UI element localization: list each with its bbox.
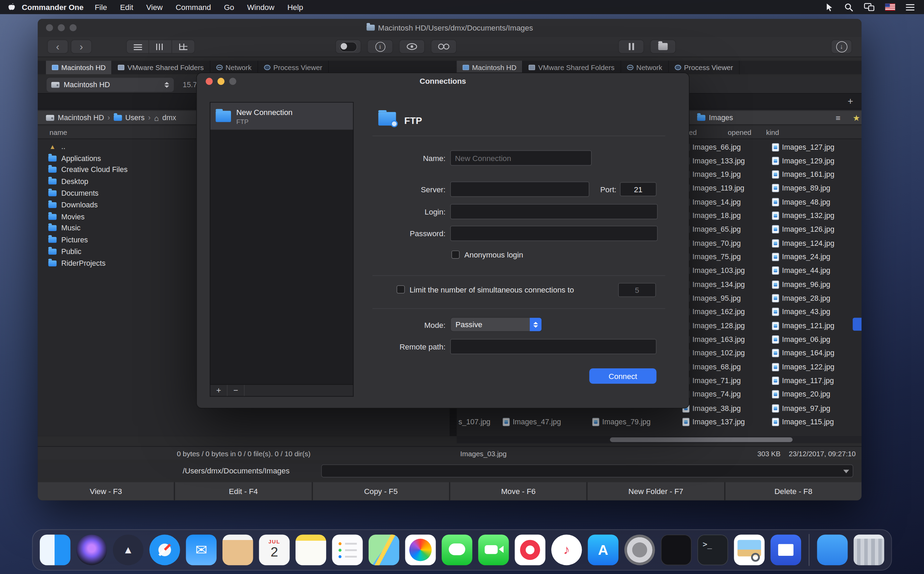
- file-item[interactable]: Images_128.jpg: [682, 319, 745, 332]
- file-item[interactable]: Images_103.jpg: [682, 264, 745, 278]
- file-item[interactable]: Images_164.jpg: [772, 346, 834, 360]
- file-item[interactable]: Images_28.jpg: [772, 292, 830, 305]
- name-field[interactable]: [450, 150, 592, 166]
- file-item[interactable]: Images_48.jpg: [772, 196, 830, 209]
- dock-icon-itunes[interactable]: ♪: [551, 535, 582, 565]
- dock-icon-app-store[interactable]: A: [588, 535, 619, 565]
- view-f3-button[interactable]: View - F3: [38, 482, 174, 500]
- dock-icon-maps[interactable]: [368, 535, 399, 565]
- menu-item-file[interactable]: File: [88, 3, 113, 12]
- file-item[interactable]: Images_44.jpg: [772, 264, 830, 278]
- window-titlebar[interactable]: Macintosh HD/Users/dmx/Documents/Images: [38, 19, 861, 37]
- dock-icon-safari[interactable]: [149, 535, 180, 565]
- quick-look-button[interactable]: [399, 39, 425, 54]
- chevron-down-icon[interactable]: [843, 470, 849, 473]
- view-thumbs-button[interactable]: [172, 39, 195, 54]
- file-item[interactable]: Images_121.jpg: [772, 319, 834, 332]
- file-item[interactable]: Images_126.jpg: [772, 223, 834, 236]
- file-item[interactable]: Images_71.jpg: [682, 374, 741, 388]
- menu-app-name[interactable]: Commander One: [22, 3, 84, 12]
- toggle-hidden-files-button[interactable]: [335, 39, 361, 54]
- file-item[interactable]: Images_06.jpg: [772, 333, 830, 346]
- dock-icon-reminders[interactable]: [332, 535, 362, 565]
- dock-icon-books[interactable]: [771, 535, 801, 565]
- dock-icon-facetime[interactable]: [478, 535, 509, 565]
- file-item[interactable]: Images_162.jpg: [682, 305, 745, 319]
- file-item[interactable]: Images_43.jpg: [772, 305, 830, 319]
- file-item[interactable]: Images_24.jpg: [772, 250, 830, 264]
- file-item[interactable]: Images_161.jpg: [772, 168, 834, 181]
- file-item[interactable]: Images_119.jpg: [682, 181, 744, 195]
- get-info-button[interactable]: i: [367, 39, 394, 54]
- file-item[interactable]: Images_117.jpg: [772, 374, 834, 388]
- file-item[interactable]: Images_89.jpg: [772, 181, 830, 195]
- horizontal-scrollbar[interactable]: [457, 436, 861, 443]
- displays-icon[interactable]: [864, 3, 875, 11]
- file-item[interactable]: Images_134.jpg: [682, 278, 745, 291]
- favorites-star-icon[interactable]: ★: [853, 111, 860, 125]
- downloads-queue-button[interactable]: ↓: [831, 39, 852, 54]
- file-item[interactable]: Images_127.jpg: [772, 140, 834, 154]
- anonymous-login-checkbox[interactable]: [451, 251, 460, 259]
- dock-icon-downloads[interactable]: [817, 535, 847, 565]
- menu-item-help[interactable]: Help: [281, 3, 310, 12]
- edit-f4-button[interactable]: Edit - F4: [174, 482, 312, 500]
- menu-item-edit[interactable]: Edit: [113, 3, 140, 12]
- dock-icon-notes[interactable]: [296, 535, 326, 565]
- add-connection-button[interactable]: +: [210, 385, 228, 396]
- crumb-dmx[interactable]: dmx: [162, 114, 176, 122]
- left-tab-vmware[interactable]: VMware Shared Folders: [112, 61, 210, 74]
- file-item[interactable]: Images_38.jpg: [682, 402, 741, 415]
- dock-icon-system-preferences[interactable]: [624, 535, 655, 565]
- dock-icon-finder[interactable]: [40, 535, 70, 565]
- dock-icon-mail[interactable]: ✉: [186, 535, 217, 565]
- dock-icon-siri[interactable]: [76, 535, 107, 565]
- file-item[interactable]: Images_14.jpg: [682, 196, 741, 209]
- copy-f5-button[interactable]: Copy - F5: [312, 482, 449, 500]
- command-line-input[interactable]: [321, 465, 853, 478]
- file-item[interactable]: Images_68.jpg: [682, 360, 741, 374]
- forward-button[interactable]: ›: [71, 39, 92, 54]
- left-tab-macintosh-hd[interactable]: Macintosh HD: [46, 61, 112, 74]
- file-item[interactable]: Images_124.jpg: [772, 237, 834, 250]
- dock-icon-contacts[interactable]: [222, 535, 253, 565]
- app-switcher-icon[interactable]: [906, 3, 915, 11]
- new-folder-f7-button[interactable]: New Folder - F7: [587, 482, 724, 500]
- password-field[interactable]: [450, 226, 658, 241]
- dock-icon-messages[interactable]: [442, 535, 472, 565]
- dock-icon-music[interactable]: [515, 535, 545, 565]
- file-item[interactable]: Images_95.jpg: [682, 292, 741, 305]
- remove-connection-button[interactable]: −: [228, 385, 245, 396]
- menu-item-command[interactable]: Command: [169, 3, 217, 12]
- new-folder-toolbar-button[interactable]: [650, 39, 676, 54]
- file-item[interactable]: Images_65.jpg: [682, 223, 741, 236]
- limit-connections-field[interactable]: [618, 283, 656, 297]
- file-item[interactable]: Images_79.jpg: [592, 415, 650, 429]
- file-item[interactable]: Images_102.jpg: [682, 346, 745, 360]
- file-item[interactable]: Images_66.jpg: [682, 140, 741, 154]
- search-icon[interactable]: [844, 3, 853, 12]
- limit-connections-checkbox[interactable]: [397, 285, 405, 293]
- selected-file-fragment[interactable]: [853, 317, 861, 331]
- file-item[interactable]: Images_19.jpg: [682, 168, 741, 181]
- file-item[interactable]: Images_163.jpg: [682, 333, 745, 346]
- add-tab-button[interactable]: +: [845, 96, 856, 107]
- crumb-users[interactable]: Users: [125, 114, 145, 122]
- crumb-macintosh-hd[interactable]: Macintosh HD: [58, 114, 104, 122]
- file-item[interactable]: Images_122.jpg: [772, 360, 834, 374]
- file-item[interactable]: Images_20.jpg: [772, 388, 830, 401]
- menu-item-view[interactable]: View: [140, 3, 169, 12]
- queue-pause-button[interactable]: [618, 39, 644, 54]
- dock-icon-terminal[interactable]: >_: [697, 535, 728, 565]
- drive-selector[interactable]: Macintosh HD: [46, 77, 175, 93]
- dock-icon-ide[interactable]: [661, 535, 691, 565]
- search-files-button[interactable]: [431, 39, 457, 54]
- connection-list-item[interactable]: New Connection FTP: [210, 102, 353, 130]
- menu-item-go[interactable]: Go: [217, 3, 241, 12]
- scrollbar-thumb[interactable]: [610, 437, 793, 442]
- delete-f8-button[interactable]: Delete - F8: [724, 482, 861, 500]
- column-header-opened[interactable]: opened: [728, 126, 751, 139]
- dock-icon-photos[interactable]: [405, 535, 436, 565]
- file-item[interactable]: Images_70.jpg: [682, 237, 741, 250]
- cursor-status-icon[interactable]: [825, 3, 834, 12]
